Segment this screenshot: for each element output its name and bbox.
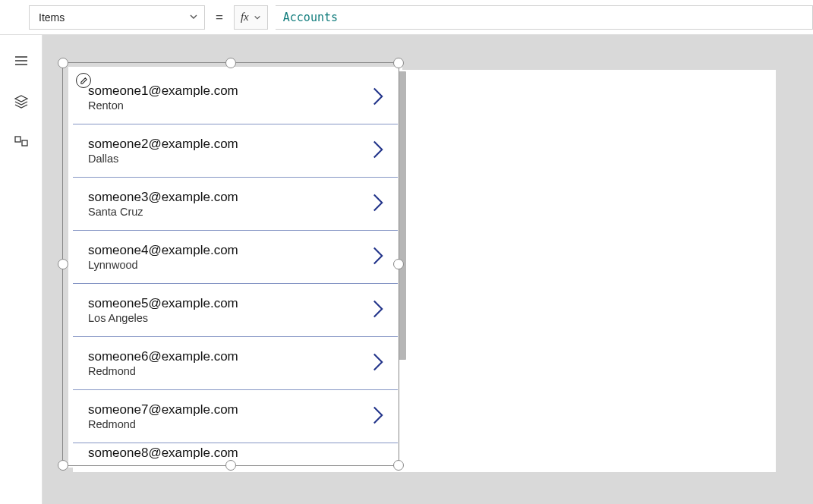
chevron-down-icon: [254, 11, 261, 24]
resize-handle-tr[interactable]: [393, 58, 404, 68]
list-item[interactable]: someone7@example.com Redmond: [73, 390, 398, 443]
resize-handle-mr[interactable]: [393, 259, 404, 269]
list-item-texts: someone3@example.com Santa Cruz: [88, 190, 238, 218]
list-item-texts: someone4@example.com Lynnwood: [88, 243, 238, 271]
chevron-right-icon[interactable]: [372, 352, 384, 375]
chevron-right-icon[interactable]: [372, 140, 384, 162]
resize-handle-br[interactable]: [393, 460, 404, 471]
list-item-title: someone3@example.com: [88, 190, 238, 205]
chevron-right-icon[interactable]: [372, 405, 384, 428]
app-screen[interactable]: someone1@example.com Renton someone2@exa…: [73, 70, 776, 472]
list-item-subtitle: Renton: [88, 99, 238, 112]
list-item-texts: someone5@example.com Los Angeles: [88, 296, 238, 324]
chevron-right-icon[interactable]: [372, 87, 384, 109]
chevron-right-icon[interactable]: [372, 193, 384, 216]
list-item-title: someone8@example.com: [88, 446, 238, 461]
scrollbar-thumb[interactable]: [399, 71, 406, 360]
fx-label: fx: [241, 11, 249, 24]
chevron-right-icon[interactable]: [372, 246, 384, 269]
list-item-subtitle: Lynnwood: [88, 259, 238, 271]
list-item-texts: someone2@example.com Dallas: [88, 137, 238, 165]
resize-handle-ml[interactable]: [58, 259, 68, 269]
formula-text: Accounts: [283, 11, 338, 24]
resize-handle-bm[interactable]: [225, 460, 236, 471]
tree-view-icon[interactable]: [14, 94, 29, 109]
edit-template-icon[interactable]: [76, 73, 91, 88]
list-item-subtitle: Los Angeles: [88, 312, 238, 324]
formula-bar: Items = fx Accounts: [0, 0, 813, 35]
list-item-title: someone4@example.com: [88, 243, 238, 258]
list-item-title: someone1@example.com: [88, 83, 238, 99]
list-item[interactable]: someone3@example.com Santa Cruz: [73, 178, 398, 231]
list-item-subtitle: Santa Cruz: [88, 206, 238, 218]
list-item-texts: someone1@example.com Renton: [88, 83, 238, 112]
insert-icon[interactable]: [14, 135, 29, 150]
equals-sign: =: [213, 10, 226, 25]
left-rail: [0, 35, 43, 504]
list-item-title: someone5@example.com: [88, 296, 238, 311]
list-item-texts: someone6@example.com Redmond: [88, 349, 238, 377]
fx-button[interactable]: fx: [234, 5, 268, 30]
list-item[interactable]: someone2@example.com Dallas: [73, 124, 398, 178]
list-item-title: someone7@example.com: [88, 402, 238, 417]
resize-handle-tm[interactable]: [225, 58, 236, 68]
hamburger-icon[interactable]: [14, 53, 29, 68]
list-item-subtitle: Redmond: [88, 418, 238, 430]
resize-handle-tl[interactable]: [58, 58, 68, 68]
gallery-list: someone1@example.com Renton someone2@exa…: [73, 71, 398, 463]
list-item-texts: someone7@example.com Redmond: [88, 402, 238, 430]
formula-input[interactable]: Accounts: [276, 5, 813, 30]
list-item[interactable]: someone6@example.com Redmond: [73, 337, 398, 390]
gallery-control[interactable]: someone1@example.com Renton someone2@exa…: [68, 67, 402, 468]
property-selector[interactable]: Items: [29, 5, 205, 30]
svg-rect-0: [15, 137, 20, 142]
list-item-title: someone6@example.com: [88, 349, 238, 364]
list-item[interactable]: someone8@example.com: [73, 443, 398, 463]
property-selector-value: Items: [39, 11, 65, 24]
list-item-subtitle: Dallas: [88, 153, 238, 165]
chevron-down-icon: [189, 11, 198, 24]
list-item-subtitle: Redmond: [88, 365, 238, 377]
list-item[interactable]: someone5@example.com Los Angeles: [73, 284, 398, 337]
canvas-area: someone1@example.com Renton someone2@exa…: [43, 35, 813, 504]
list-item[interactable]: someone1@example.com Renton: [73, 71, 398, 124]
svg-rect-1: [22, 140, 27, 146]
list-item-texts: someone8@example.com: [88, 446, 238, 461]
resize-handle-bl[interactable]: [58, 460, 68, 471]
chevron-right-icon[interactable]: [372, 299, 384, 322]
list-item[interactable]: someone4@example.com Lynnwood: [73, 231, 398, 284]
list-item-title: someone2@example.com: [88, 137, 238, 152]
